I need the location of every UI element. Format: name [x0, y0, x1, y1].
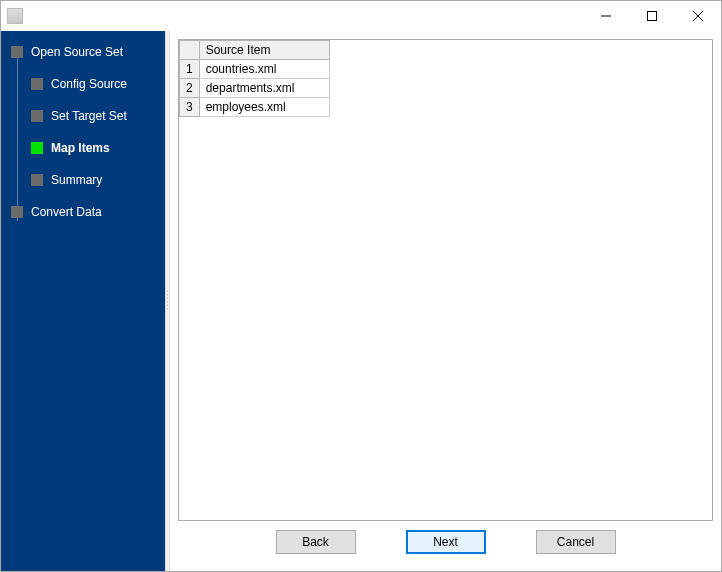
wizard-window: Open Source Set Config Source Set Target…	[0, 0, 722, 572]
tree-line	[17, 49, 18, 221]
step-marker-icon	[31, 110, 43, 122]
svg-rect-1	[648, 12, 657, 21]
minimize-icon	[601, 11, 611, 21]
cell-source-item: employees.xml	[199, 98, 329, 117]
splitter-grip-icon: ······	[166, 290, 170, 311]
step-marker-icon	[31, 142, 43, 154]
button-label: Next	[433, 535, 458, 549]
step-summary[interactable]: Summary	[31, 167, 165, 193]
step-open-source-set[interactable]: Open Source Set	[11, 39, 165, 65]
step-marker-icon	[11, 206, 23, 218]
table-row[interactable]: 3 employees.xml	[180, 98, 330, 117]
source-item-table: Source Item 1 countries.xml 2 department…	[179, 40, 330, 117]
step-marker-icon	[31, 174, 43, 186]
step-map-items[interactable]: Map Items	[31, 135, 165, 161]
step-label: Open Source Set	[31, 45, 123, 59]
row-number: 1	[180, 60, 200, 79]
main-panel: Source Item 1 countries.xml 2 department…	[170, 31, 721, 571]
step-set-target-set[interactable]: Set Target Set	[31, 103, 165, 129]
step-label: Summary	[51, 173, 102, 187]
button-label: Back	[302, 535, 329, 549]
table-row[interactable]: 1 countries.xml	[180, 60, 330, 79]
step-label: Map Items	[51, 141, 110, 155]
back-button[interactable]: Back	[276, 530, 356, 554]
maximize-button[interactable]	[629, 1, 675, 31]
row-header-blank	[180, 41, 200, 60]
source-item-panel: Source Item 1 countries.xml 2 department…	[178, 39, 713, 521]
window-controls	[583, 1, 721, 31]
step-label: Config Source	[51, 77, 127, 91]
step-marker-icon	[11, 46, 23, 58]
minimize-button[interactable]	[583, 1, 629, 31]
step-marker-icon	[31, 78, 43, 90]
table-row[interactable]: 2 departments.xml	[180, 79, 330, 98]
step-convert-data[interactable]: Convert Data	[11, 199, 165, 225]
close-icon	[693, 11, 703, 21]
titlebar	[1, 1, 721, 31]
close-button[interactable]	[675, 1, 721, 31]
cancel-button[interactable]: Cancel	[536, 530, 616, 554]
row-number: 3	[180, 98, 200, 117]
wizard-footer: Back Next Cancel	[178, 521, 713, 563]
row-number: 2	[180, 79, 200, 98]
button-label: Cancel	[557, 535, 594, 549]
step-label: Set Target Set	[51, 109, 127, 123]
app-icon	[7, 8, 23, 24]
step-config-source[interactable]: Config Source	[31, 71, 165, 97]
column-header-source-item[interactable]: Source Item	[199, 41, 329, 60]
step-label: Convert Data	[31, 205, 102, 219]
next-button[interactable]: Next	[406, 530, 486, 554]
cell-source-item: departments.xml	[199, 79, 329, 98]
wizard-steps-sidebar: Open Source Set Config Source Set Target…	[1, 31, 165, 571]
maximize-icon	[647, 11, 657, 21]
cell-source-item: countries.xml	[199, 60, 329, 79]
